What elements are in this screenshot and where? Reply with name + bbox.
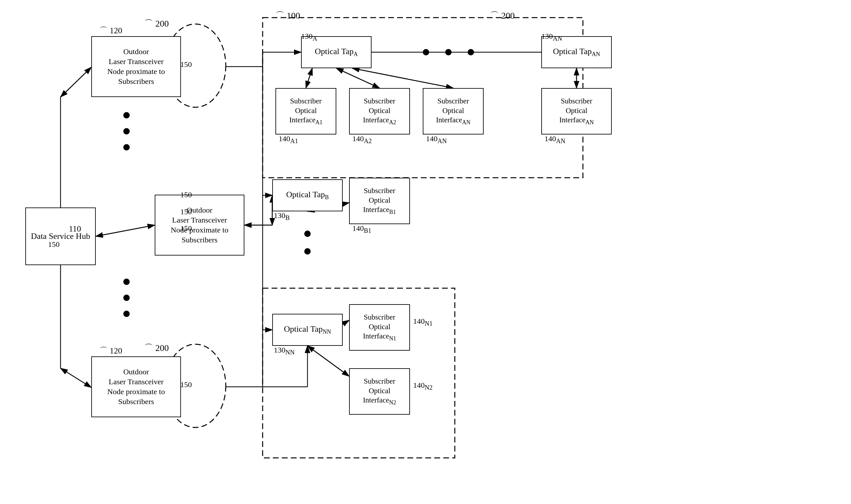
ref-140n2-label: 140N2 — [413, 381, 432, 391]
svg-line-31 — [306, 68, 312, 88]
sub-opt-a1-label: SubscriberOpticalInterfaceA1 — [289, 96, 322, 126]
outdoor-node-top-label: OutdoorLaser TransceiverNode proximate t… — [107, 47, 165, 87]
data-service-hub-box: Data Service Hub — [25, 208, 96, 265]
optical-tap-nn-box: Optical TapNN — [272, 314, 343, 346]
sub-opt-n1-label: SubscriberOpticalInterfaceN1 — [363, 312, 396, 343]
ref-140a1-label: 140A1 — [279, 134, 298, 145]
dot-bot-1 — [123, 278, 130, 285]
ref-130an-label: 130AN — [541, 32, 562, 42]
svg-line-8 — [96, 225, 155, 236]
svg-line-36 — [352, 68, 453, 88]
optical-tap-a-label: Optical TapA — [315, 46, 358, 58]
svg-line-14 — [60, 368, 91, 388]
svg-line-11 — [60, 67, 91, 97]
ref-110-label: 110 — [69, 224, 81, 234]
ref-100-label: ⌒ 100 — [276, 10, 300, 22]
dot-tap-b-v-2 — [304, 248, 311, 255]
ref-140an-2-label: 140AN — [545, 134, 565, 145]
sub-opt-an-top-box: SubscriberOpticalInterfaceAN — [423, 88, 484, 134]
sub-opt-n2-box: SubscriberOpticalInterfaceN2 — [349, 368, 410, 415]
ref-200-bot-label: ⌒ 200 — [144, 342, 169, 354]
dot-bot-3 — [123, 311, 130, 317]
outdoor-node-mid-label: OutdoorLaser TransceiverNode proximate t… — [171, 205, 228, 245]
svg-line-13 — [60, 368, 91, 388]
ref-130a-label: 130A — [301, 32, 317, 42]
ref-120-top-label: ⌒ 120 — [99, 25, 122, 36]
sub-opt-an-right-label: SubscriberOpticalInterfaceAN — [559, 96, 594, 126]
optical-tap-b-label: Optical TapB — [286, 189, 329, 201]
ref-140an-1-label: 140AN — [426, 134, 447, 145]
ref-200-topleft-label: ⌒ 200 — [144, 18, 169, 30]
dot-tap-b-v-1 — [304, 231, 311, 237]
svg-line-10 — [60, 67, 91, 97]
svg-line-34 — [336, 68, 379, 88]
sub-opt-a2-label: SubscriberOpticalInterfaceA2 — [363, 96, 396, 126]
dot-top-2 — [123, 128, 130, 134]
sub-opt-a1-box: SubscriberOpticalInterfaceA1 — [276, 88, 336, 134]
ref-150-hub-label: 150 — [48, 240, 59, 249]
svg-line-33 — [336, 68, 379, 88]
ref-100-text: ⌒ 100 — [276, 11, 300, 20]
optical-tap-an-label: Optical TapAN — [553, 46, 600, 58]
sub-opt-an-top-label: SubscriberOpticalInterfaceAN — [436, 96, 471, 126]
outdoor-node-bot-label: OutdoorLaser TransceiverNode proximate t… — [107, 367, 165, 407]
outdoor-node-mid-box: OutdoorLaser TransceiverNode proximate t… — [155, 195, 244, 255]
ref-120-bot-label: ⌒ 120 — [99, 345, 122, 356]
dot-tap-h-1 — [423, 49, 429, 55]
sub-opt-b1-box: SubscriberOpticalInterfaceB1 — [349, 178, 410, 224]
sub-opt-an-right-box: SubscriberOpticalInterfaceAN — [541, 88, 612, 134]
ref-150-3-label: 150 — [180, 208, 192, 216]
svg-line-7 — [96, 225, 155, 236]
ref-150-1-label: 150 — [180, 60, 192, 69]
dot-top-1 — [123, 112, 130, 119]
ref-140a2-label: 140A2 — [352, 134, 372, 145]
dot-tap-h-2 — [445, 49, 451, 55]
ref-150-4-label: 150 — [180, 224, 192, 233]
ref-150-2-label: 150 — [180, 191, 192, 199]
ref-130nn-label: 130NN — [274, 346, 295, 356]
optical-tap-b-box: Optical TapB — [272, 179, 343, 211]
ref-150-5-label: 150 — [180, 380, 192, 389]
sub-opt-b1-label: SubscriberOpticalInterfaceB1 — [363, 186, 396, 216]
svg-line-35 — [352, 68, 453, 88]
data-service-hub-label: Data Service Hub — [31, 231, 90, 242]
outdoor-node-top-box: OutdoorLaser TransceiverNode proximate t… — [91, 36, 181, 97]
dot-tap-h-3 — [467, 49, 474, 55]
diagram: Data Service Hub OutdoorLaser Transceive… — [0, 0, 851, 504]
ref-130b-label: 130B — [274, 211, 289, 221]
ref-140n1-label: 140N1 — [413, 317, 432, 327]
sub-opt-n2-label: SubscriberOpticalInterfaceN2 — [363, 377, 396, 407]
svg-line-44 — [307, 346, 349, 376]
optical-tap-nn-label: Optical TapNN — [284, 324, 331, 336]
svg-line-32 — [306, 68, 312, 88]
dot-top-3 — [123, 144, 130, 150]
sub-opt-a2-box: SubscriberOpticalInterfaceA2 — [349, 88, 410, 134]
dot-bot-2 — [123, 294, 130, 301]
sub-opt-n1-box: SubscriberOpticalInterfaceN1 — [349, 304, 410, 350]
ref-200-topright-label: ⌒ 200 — [490, 10, 515, 22]
svg-line-45 — [307, 346, 349, 376]
outdoor-node-bot-box: OutdoorLaser TransceiverNode proximate t… — [91, 356, 181, 417]
ref-140b1-label: 140B1 — [352, 224, 371, 234]
